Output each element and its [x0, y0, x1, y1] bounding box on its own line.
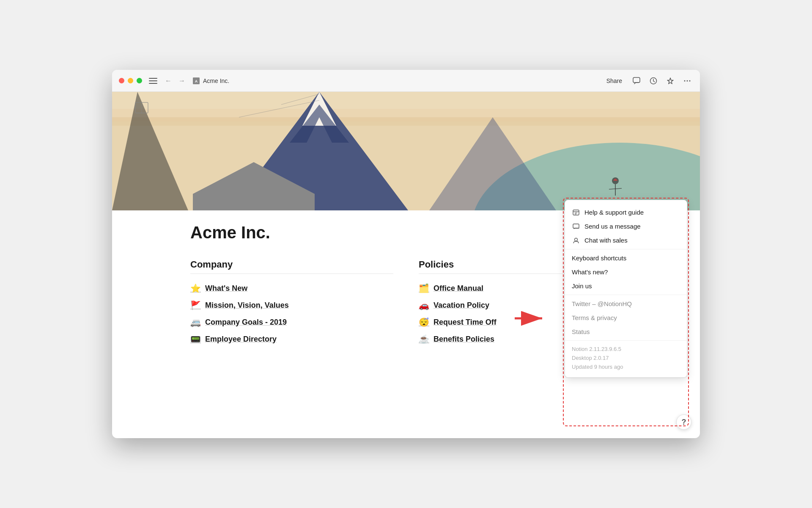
- history-icon[interactable]: [647, 75, 659, 87]
- dropdown-section-nav: Keyboard shortcuts What's new? Join us: [565, 249, 687, 295]
- office-manual-label: Office Manual: [433, 284, 483, 293]
- directory-emoji: 📟: [190, 334, 201, 344]
- benefits-label: Benefits Policies: [433, 335, 494, 344]
- dropdown-join-us[interactable]: Join us: [565, 279, 687, 293]
- join-us-label: Join us: [572, 282, 592, 290]
- dropdown-twitter[interactable]: Twitter – @NotionHQ: [565, 297, 687, 311]
- titlebar: ← → A Acme Inc. Share: [112, 70, 700, 92]
- vacation-emoji: 🚗: [419, 300, 429, 310]
- version-info: Notion 2.11.23.9.6.5 Desktop 2.0.17 Upda…: [565, 341, 687, 374]
- svg-point-33: [575, 238, 578, 241]
- version-updated: Updated 9 hours ago: [572, 363, 680, 372]
- comment-icon[interactable]: [631, 75, 642, 87]
- dropdown-keyboard-shortcuts[interactable]: Keyboard shortcuts: [565, 251, 687, 265]
- goals-emoji: 🚐: [190, 317, 201, 327]
- chat-sales-label: Chat with sales: [584, 237, 628, 244]
- chat-sales-icon: [572, 237, 580, 244]
- svg-point-6: [689, 80, 691, 81]
- link-employee-directory[interactable]: 📟 Employee Directory: [190, 331, 393, 347]
- minimize-button[interactable]: [128, 78, 133, 83]
- page-content-area: ACME Acme Inc. Company ⭐ What's New: [112, 92, 700, 438]
- link-goals[interactable]: 🚐 Company Goals - 2019: [190, 315, 393, 330]
- benefits-emoji: ☕: [419, 334, 429, 344]
- directory-label: Employee Directory: [205, 335, 277, 344]
- company-link-list: ⭐ What's New 🚩 Mission, Vision, Values 🚐…: [190, 281, 393, 347]
- twitter-label: Twitter – @NotionHQ: [572, 300, 632, 307]
- help-button[interactable]: ?: [676, 414, 691, 430]
- dropdown-whats-new[interactable]: What's new?: [565, 265, 687, 279]
- svg-rect-28: [573, 210, 579, 215]
- tab-area: A Acme Inc.: [193, 77, 229, 84]
- forward-button[interactable]: →: [176, 75, 188, 87]
- version-app: Notion 2.11.23.9.6.5: [572, 345, 680, 354]
- back-button[interactable]: ←: [162, 75, 174, 87]
- link-whats-new[interactable]: ⭐ What's New: [190, 281, 393, 296]
- version-desktop: Desktop 2.0.17: [572, 354, 680, 363]
- link-mission[interactable]: 🚩 Mission, Vision, Values: [190, 298, 393, 313]
- share-button[interactable]: Share: [603, 76, 625, 86]
- whats-new-emoji: ⭐: [190, 283, 201, 293]
- help-support-label: Help & support guide: [584, 209, 644, 216]
- keyboard-shortcuts-label: Keyboard shortcuts: [572, 254, 626, 262]
- goals-label: Company Goals - 2019: [205, 318, 287, 327]
- svg-rect-10: [112, 117, 700, 126]
- mission-label: Mission, Vision, Values: [205, 301, 289, 310]
- svg-point-4: [684, 80, 686, 81]
- dropdown-terms[interactable]: Terms & privacy: [565, 311, 687, 325]
- traffic-lights: [119, 78, 142, 83]
- star-icon[interactable]: [664, 75, 676, 87]
- page-title: Acme Inc.: [190, 223, 622, 242]
- more-icon[interactable]: [681, 75, 693, 87]
- dropdown-status[interactable]: Status: [565, 325, 687, 339]
- time-off-label: Request Time Off: [433, 318, 497, 327]
- app-window: ← → A Acme Inc. Share: [112, 70, 700, 438]
- tab-title: Acme Inc.: [203, 77, 229, 84]
- maximize-button[interactable]: [137, 78, 142, 83]
- sections-row: Company ⭐ What's New 🚩 Mission, Vision, …: [190, 259, 622, 347]
- dropdown-section-help: Help & support guide Send us a message: [565, 204, 687, 249]
- whats-new-label: What's New: [205, 284, 247, 293]
- dropdown-send-message[interactable]: Send us a message: [565, 219, 687, 233]
- time-off-emoji: 😴: [419, 317, 429, 327]
- svg-rect-32: [573, 224, 579, 228]
- dropdown-section-links: Twitter – @NotionHQ Terms & privacy Stat…: [565, 295, 687, 341]
- nav-buttons: ← →: [162, 75, 188, 87]
- whats-new-menu-label: What's new?: [572, 268, 608, 276]
- send-message-label: Send us a message: [584, 223, 641, 230]
- banner: ACME: [112, 92, 700, 210]
- company-section-title: Company: [190, 259, 393, 274]
- tab-favicon: A: [193, 77, 200, 84]
- terms-label: Terms & privacy: [572, 314, 617, 321]
- svg-marker-24: [193, 162, 315, 210]
- send-message-icon: [572, 223, 580, 230]
- vacation-policy-label: Vacation Policy: [433, 301, 489, 310]
- dropdown-help-support[interactable]: Help & support guide: [565, 205, 687, 219]
- office-emoji: 🗂️: [419, 283, 429, 293]
- mission-emoji: 🚩: [190, 300, 201, 310]
- svg-rect-2: [633, 77, 640, 83]
- svg-text:A: A: [195, 79, 198, 83]
- close-button[interactable]: [119, 78, 124, 83]
- menu-icon[interactable]: [149, 78, 157, 84]
- arrow-indicator: [515, 308, 549, 334]
- help-support-icon: [572, 209, 580, 216]
- dropdown-chat-sales[interactable]: Chat with sales: [565, 233, 687, 247]
- logo-container: ACME: [190, 160, 317, 210]
- dropdown-menu: Help & support guide Send us a message: [565, 200, 687, 378]
- titlebar-right: Share: [603, 75, 693, 87]
- svg-point-5: [687, 80, 688, 81]
- status-label: Status: [572, 328, 590, 335]
- company-section: Company ⭐ What's New 🚩 Mission, Vision, …: [190, 259, 393, 347]
